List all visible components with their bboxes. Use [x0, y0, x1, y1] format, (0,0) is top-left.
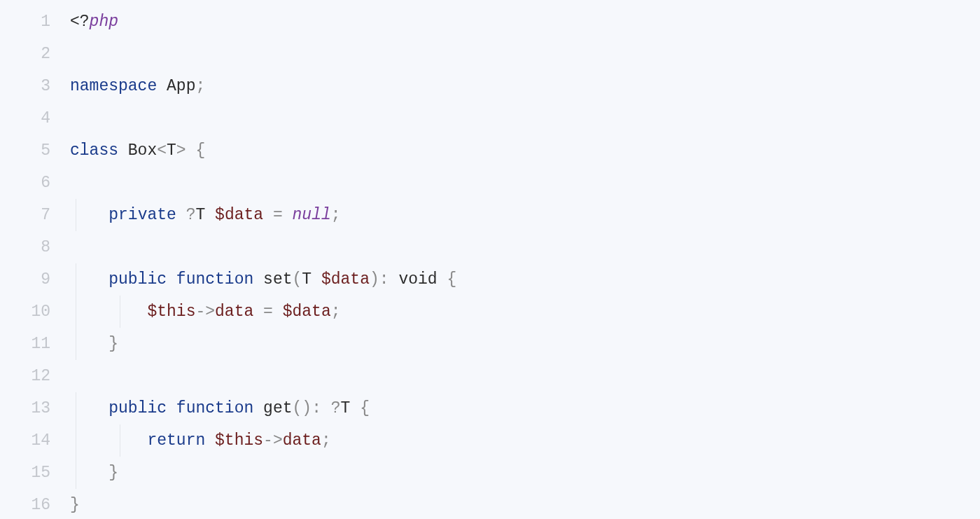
code-token: set	[263, 270, 292, 289]
code-token: public	[108, 399, 167, 417]
code-token: )	[370, 270, 379, 289]
line-number: 14	[0, 424, 70, 457]
code-token: =	[273, 206, 283, 224]
line-number: 7	[0, 199, 70, 231]
code-token: data	[283, 431, 321, 450]
code-line[interactable]: 1<?php	[0, 6, 980, 38]
line-number: 3	[0, 70, 70, 102]
code-token: null	[293, 206, 331, 224]
code-token	[70, 431, 147, 450]
code-token	[167, 270, 176, 289]
code-line[interactable]: 5class Box<T> {	[0, 134, 980, 167]
line-number: 6	[0, 167, 70, 199]
code-token: T	[302, 270, 321, 289]
code-token: ->	[263, 431, 283, 450]
code-token: T	[341, 399, 360, 417]
code-line[interactable]: 11 }	[0, 328, 980, 360]
code-token	[253, 303, 263, 321]
code-line[interactable]: 2	[0, 38, 980, 70]
line-number: 9	[0, 263, 70, 296]
code-token	[273, 303, 283, 321]
code-line[interactable]: 7 private ?T $data = null;	[0, 199, 980, 231]
code-content[interactable]: <?php	[70, 6, 980, 38]
code-token: $data	[283, 303, 331, 321]
line-number: 4	[0, 102, 70, 134]
code-line[interactable]: 8	[0, 231, 980, 263]
code-content[interactable]: public function set(T $data): void {	[70, 263, 980, 296]
code-token: function	[176, 399, 253, 417]
line-number: 5	[0, 134, 70, 167]
code-token: :	[312, 399, 321, 417]
code-token: ->	[195, 303, 215, 321]
line-number: 13	[0, 392, 70, 424]
indent-guide	[120, 296, 120, 328]
code-line[interactable]: 3namespace App;	[0, 70, 980, 102]
code-line[interactable]: 15 }	[0, 457, 980, 489]
code-token: ;	[195, 77, 205, 95]
code-editor[interactable]: 1<?php23namespace App;45class Box<T> {67…	[0, 6, 980, 519]
indent-guide	[76, 457, 76, 489]
line-number: 8	[0, 231, 70, 263]
code-token: {	[195, 141, 205, 160]
code-token: T	[167, 141, 176, 160]
code-token: <	[157, 141, 167, 160]
code-token: $data	[215, 206, 263, 224]
code-content[interactable]: }	[70, 489, 980, 519]
code-token: T	[195, 206, 215, 224]
code-line[interactable]: 14 return $this->data;	[0, 424, 980, 457]
code-token	[186, 141, 196, 160]
code-line[interactable]: 16}	[0, 489, 980, 519]
code-token: =	[263, 303, 273, 321]
line-number: 16	[0, 489, 70, 519]
code-token: ;	[331, 303, 341, 321]
code-content[interactable]: public function get(): ?T {	[70, 392, 980, 424]
code-token: {	[447, 270, 456, 289]
line-number: 12	[0, 360, 70, 392]
code-content[interactable]: return $this->data;	[70, 424, 980, 457]
code-content[interactable]: class Box<T> {	[70, 134, 980, 167]
code-token	[283, 206, 293, 224]
code-token: :	[379, 270, 389, 289]
code-token: ?	[186, 206, 196, 224]
code-token	[70, 303, 147, 321]
code-token: ?	[331, 399, 341, 417]
code-content[interactable]: private ?T $data = null;	[70, 199, 980, 231]
code-content[interactable]: namespace App;	[70, 70, 980, 102]
line-number: 2	[0, 38, 70, 70]
code-token: $this	[215, 431, 263, 450]
code-token: }	[108, 464, 118, 482]
code-token	[263, 206, 273, 224]
code-token	[176, 206, 186, 224]
code-line[interactable]: 12	[0, 360, 980, 392]
code-token: class	[70, 141, 118, 160]
indent-guide	[76, 424, 76, 457]
code-content[interactable]: $this->data = $data;	[70, 296, 980, 328]
code-token: App	[157, 77, 195, 95]
indent-guide	[76, 199, 76, 231]
code-token: >	[176, 141, 186, 160]
code-token: Box	[118, 141, 157, 160]
code-line[interactable]: 4	[0, 102, 980, 134]
indent-guide	[76, 392, 76, 424]
line-number: 10	[0, 296, 70, 328]
code-token: $data	[321, 270, 370, 289]
line-number: 11	[0, 328, 70, 360]
code-content[interactable]: }	[70, 457, 980, 489]
code-token: data	[215, 303, 253, 321]
code-token: {	[360, 399, 370, 417]
code-token: return	[147, 431, 205, 450]
code-token: ;	[331, 206, 341, 224]
code-token: ()	[293, 399, 312, 417]
code-token: $this	[147, 303, 195, 321]
code-line[interactable]: 6	[0, 167, 980, 199]
code-line[interactable]: 10 $this->data = $data;	[0, 296, 980, 328]
code-token	[253, 270, 263, 289]
code-token: namespace	[70, 77, 157, 95]
code-content[interactable]: }	[70, 328, 980, 360]
code-token: ;	[321, 431, 331, 450]
code-line[interactable]: 13 public function get(): ?T {	[0, 392, 980, 424]
indent-guide	[120, 424, 120, 457]
code-line[interactable]: 9 public function set(T $data): void {	[0, 263, 980, 296]
indent-guide	[76, 296, 76, 328]
code-token: public	[108, 270, 167, 289]
